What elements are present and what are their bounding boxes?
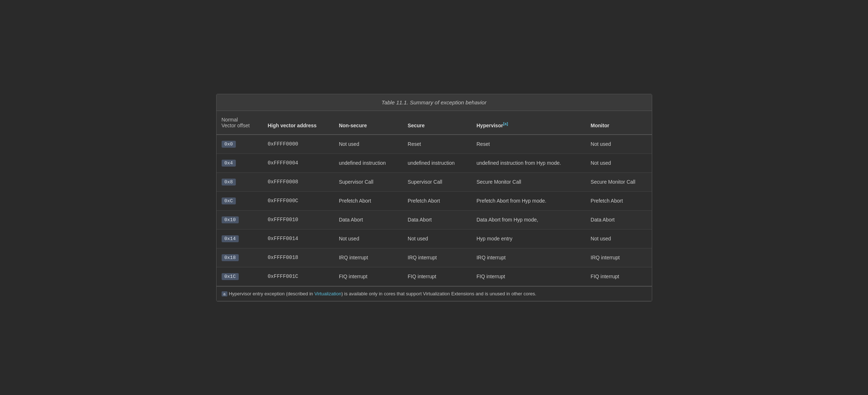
cell-hypervisor: Data Abort from Hyp mode, bbox=[471, 210, 585, 229]
table-header-row: NormalVector offset High vector address … bbox=[217, 111, 652, 135]
cell-high-vec: 0xFFFF0000 bbox=[263, 135, 334, 154]
cell-offset: 0x14 bbox=[217, 229, 263, 248]
cell-offset: 0x8 bbox=[217, 172, 263, 191]
cell-monitor: Not used bbox=[586, 153, 652, 172]
cell-monitor: Not used bbox=[586, 135, 652, 154]
table-row: 0x40xFFFF0004undefined instructionundefi… bbox=[217, 153, 652, 172]
cell-non-secure: IRQ interrupt bbox=[334, 248, 403, 267]
offset-badge: 0x1C bbox=[222, 273, 239, 280]
cell-offset: 0x10 bbox=[217, 210, 263, 229]
cell-hypervisor: IRQ interrupt bbox=[471, 248, 585, 267]
col-header-secure: Secure bbox=[403, 111, 471, 135]
cell-non-secure: Prefetch Abort bbox=[334, 191, 403, 210]
table-caption: Table 11.1. Summary of exception behavio… bbox=[217, 94, 652, 111]
col-header-monitor: Monitor bbox=[586, 111, 652, 135]
cell-offset: 0x1C bbox=[217, 267, 263, 286]
footnote-cell: aHypervisor entry exception (described i… bbox=[217, 286, 652, 301]
cell-secure: Supervisor Call bbox=[403, 172, 471, 191]
cell-high-vec: 0xFFFF001C bbox=[263, 267, 334, 286]
cell-hypervisor: Reset bbox=[471, 135, 585, 154]
footnote-row: aHypervisor entry exception (described i… bbox=[217, 286, 652, 301]
cell-non-secure: Not used bbox=[334, 135, 403, 154]
cell-offset: 0x18 bbox=[217, 248, 263, 267]
cell-hypervisor: FIQ interrupt bbox=[471, 267, 585, 286]
offset-badge: 0x8 bbox=[222, 179, 236, 185]
exception-table: NormalVector offset High vector address … bbox=[217, 111, 652, 301]
cell-non-secure: Not used bbox=[334, 229, 403, 248]
cell-secure: undefined instruction bbox=[403, 153, 471, 172]
cell-secure: Prefetch Abort bbox=[403, 191, 471, 210]
cell-hypervisor: Hyp mode entry bbox=[471, 229, 585, 248]
exception-table-container: Table 11.1. Summary of exception behavio… bbox=[216, 94, 652, 302]
col-header-normal-vector: NormalVector offset bbox=[217, 111, 263, 135]
cell-secure: FIQ interrupt bbox=[403, 267, 471, 286]
offset-badge: 0x14 bbox=[222, 235, 239, 242]
footnote-badge: a bbox=[222, 291, 227, 296]
cell-secure: Reset bbox=[403, 135, 471, 154]
cell-monitor: Not used bbox=[586, 229, 652, 248]
offset-badge: 0xC bbox=[222, 198, 236, 204]
cell-offset: 0x4 bbox=[217, 153, 263, 172]
cell-non-secure: Supervisor Call bbox=[334, 172, 403, 191]
col-header-high-vector: High vector address bbox=[263, 111, 334, 135]
cell-offset: 0xC bbox=[217, 191, 263, 210]
cell-non-secure: Data Abort bbox=[334, 210, 403, 229]
table-row: 0x1C0xFFFF001CFIQ interruptFIQ interrupt… bbox=[217, 267, 652, 286]
cell-non-secure: FIQ interrupt bbox=[334, 267, 403, 286]
offset-badge: 0x10 bbox=[222, 216, 239, 223]
cell-secure: Data Abort bbox=[403, 210, 471, 229]
col-header-hypervisor: Hypervisor[a] bbox=[471, 111, 585, 135]
cell-high-vec: 0xFFFF0004 bbox=[263, 153, 334, 172]
cell-non-secure: undefined instruction bbox=[334, 153, 403, 172]
offset-badge: 0x18 bbox=[222, 254, 239, 261]
cell-high-vec: 0xFFFF0008 bbox=[263, 172, 334, 191]
cell-hypervisor: Secure Monitor Call bbox=[471, 172, 585, 191]
table-row: 0x80xFFFF0008Supervisor CallSupervisor C… bbox=[217, 172, 652, 191]
table-row: 0x00xFFFF0000Not usedResetResetNot used bbox=[217, 135, 652, 154]
cell-monitor: FIQ interrupt bbox=[586, 267, 652, 286]
table-row: 0x140xFFFF0014Not usedNot usedHyp mode e… bbox=[217, 229, 652, 248]
table-row: 0x180xFFFF0018IRQ interruptIRQ interrupt… bbox=[217, 248, 652, 267]
cell-monitor: Data Abort bbox=[586, 210, 652, 229]
table-row: 0xC0xFFFF000CPrefetch AbortPrefetch Abor… bbox=[217, 191, 652, 210]
cell-hypervisor: Prefetch Abort from Hyp mode. bbox=[471, 191, 585, 210]
cell-hypervisor: undefined instruction from Hyp mode. bbox=[471, 153, 585, 172]
cell-secure: Not used bbox=[403, 229, 471, 248]
offset-badge: 0x0 bbox=[222, 141, 236, 148]
virtualization-link[interactable]: Virtualization bbox=[314, 291, 341, 296]
cell-high-vec: 0xFFFF0010 bbox=[263, 210, 334, 229]
col-header-non-secure: Non-secure bbox=[334, 111, 403, 135]
cell-high-vec: 0xFFFF0018 bbox=[263, 248, 334, 267]
cell-monitor: Prefetch Abort bbox=[586, 191, 652, 210]
offset-badge: 0x4 bbox=[222, 160, 236, 167]
table-row: 0x100xFFFF0010Data AbortData AbortData A… bbox=[217, 210, 652, 229]
cell-monitor: Secure Monitor Call bbox=[586, 172, 652, 191]
cell-monitor: IRQ interrupt bbox=[586, 248, 652, 267]
cell-secure: IRQ interrupt bbox=[403, 248, 471, 267]
cell-high-vec: 0xFFFF000C bbox=[263, 191, 334, 210]
cell-high-vec: 0xFFFF0014 bbox=[263, 229, 334, 248]
cell-offset: 0x0 bbox=[217, 135, 263, 154]
